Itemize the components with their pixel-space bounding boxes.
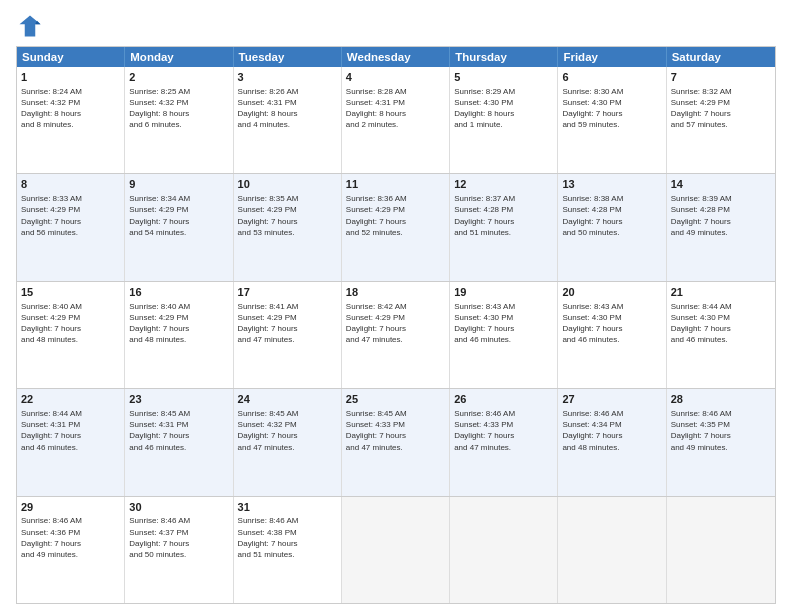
cell-details: Sunrise: 8:45 AMSunset: 4:31 PMDaylight:… bbox=[129, 408, 228, 453]
day-number: 13 bbox=[562, 177, 661, 192]
cell-details: Sunrise: 8:37 AMSunset: 4:28 PMDaylight:… bbox=[454, 193, 553, 238]
day-number: 27 bbox=[562, 392, 661, 407]
calendar-cell: 27Sunrise: 8:46 AMSunset: 4:34 PMDayligh… bbox=[558, 389, 666, 495]
calendar-cell: 11Sunrise: 8:36 AMSunset: 4:29 PMDayligh… bbox=[342, 174, 450, 280]
calendar-cell: 30Sunrise: 8:46 AMSunset: 4:37 PMDayligh… bbox=[125, 497, 233, 603]
calendar-cell: 10Sunrise: 8:35 AMSunset: 4:29 PMDayligh… bbox=[234, 174, 342, 280]
day-number: 8 bbox=[21, 177, 120, 192]
day-number: 28 bbox=[671, 392, 771, 407]
calendar-row: 15Sunrise: 8:40 AMSunset: 4:29 PMDayligh… bbox=[17, 281, 775, 388]
cell-details: Sunrise: 8:46 AMSunset: 4:35 PMDaylight:… bbox=[671, 408, 771, 453]
cell-details: Sunrise: 8:38 AMSunset: 4:28 PMDaylight:… bbox=[562, 193, 661, 238]
cal-header-cell: Thursday bbox=[450, 47, 558, 67]
day-number: 20 bbox=[562, 285, 661, 300]
calendar-cell: 9Sunrise: 8:34 AMSunset: 4:29 PMDaylight… bbox=[125, 174, 233, 280]
calendar: SundayMondayTuesdayWednesdayThursdayFrid… bbox=[16, 46, 776, 604]
day-number: 18 bbox=[346, 285, 445, 300]
day-number: 5 bbox=[454, 70, 553, 85]
calendar-cell: 19Sunrise: 8:43 AMSunset: 4:30 PMDayligh… bbox=[450, 282, 558, 388]
cell-details: Sunrise: 8:40 AMSunset: 4:29 PMDaylight:… bbox=[129, 301, 228, 346]
calendar-header: SundayMondayTuesdayWednesdayThursdayFrid… bbox=[17, 47, 775, 67]
calendar-cell: 18Sunrise: 8:42 AMSunset: 4:29 PMDayligh… bbox=[342, 282, 450, 388]
day-number: 21 bbox=[671, 285, 771, 300]
calendar-cell bbox=[667, 497, 775, 603]
logo bbox=[16, 12, 48, 40]
cell-details: Sunrise: 8:32 AMSunset: 4:29 PMDaylight:… bbox=[671, 86, 771, 131]
day-number: 31 bbox=[238, 500, 337, 515]
calendar-cell: 29Sunrise: 8:46 AMSunset: 4:36 PMDayligh… bbox=[17, 497, 125, 603]
cell-details: Sunrise: 8:36 AMSunset: 4:29 PMDaylight:… bbox=[346, 193, 445, 238]
calendar-cell: 26Sunrise: 8:46 AMSunset: 4:33 PMDayligh… bbox=[450, 389, 558, 495]
cal-header-cell: Tuesday bbox=[234, 47, 342, 67]
calendar-cell bbox=[558, 497, 666, 603]
calendar-cell: 7Sunrise: 8:32 AMSunset: 4:29 PMDaylight… bbox=[667, 67, 775, 173]
calendar-row: 29Sunrise: 8:46 AMSunset: 4:36 PMDayligh… bbox=[17, 496, 775, 603]
calendar-cell: 22Sunrise: 8:44 AMSunset: 4:31 PMDayligh… bbox=[17, 389, 125, 495]
calendar-cell: 28Sunrise: 8:46 AMSunset: 4:35 PMDayligh… bbox=[667, 389, 775, 495]
day-number: 25 bbox=[346, 392, 445, 407]
cell-details: Sunrise: 8:46 AMSunset: 4:34 PMDaylight:… bbox=[562, 408, 661, 453]
calendar-cell: 23Sunrise: 8:45 AMSunset: 4:31 PMDayligh… bbox=[125, 389, 233, 495]
calendar-cell: 25Sunrise: 8:45 AMSunset: 4:33 PMDayligh… bbox=[342, 389, 450, 495]
calendar-cell: 31Sunrise: 8:46 AMSunset: 4:38 PMDayligh… bbox=[234, 497, 342, 603]
calendar-row: 22Sunrise: 8:44 AMSunset: 4:31 PMDayligh… bbox=[17, 388, 775, 495]
day-number: 6 bbox=[562, 70, 661, 85]
day-number: 15 bbox=[21, 285, 120, 300]
calendar-cell: 6Sunrise: 8:30 AMSunset: 4:30 PMDaylight… bbox=[558, 67, 666, 173]
calendar-cell: 17Sunrise: 8:41 AMSunset: 4:29 PMDayligh… bbox=[234, 282, 342, 388]
cell-details: Sunrise: 8:40 AMSunset: 4:29 PMDaylight:… bbox=[21, 301, 120, 346]
calendar-cell bbox=[342, 497, 450, 603]
logo-icon bbox=[16, 12, 44, 40]
cell-details: Sunrise: 8:34 AMSunset: 4:29 PMDaylight:… bbox=[129, 193, 228, 238]
day-number: 1 bbox=[21, 70, 120, 85]
day-number: 11 bbox=[346, 177, 445, 192]
calendar-cell: 24Sunrise: 8:45 AMSunset: 4:32 PMDayligh… bbox=[234, 389, 342, 495]
calendar-cell: 16Sunrise: 8:40 AMSunset: 4:29 PMDayligh… bbox=[125, 282, 233, 388]
day-number: 3 bbox=[238, 70, 337, 85]
day-number: 10 bbox=[238, 177, 337, 192]
day-number: 24 bbox=[238, 392, 337, 407]
cal-header-cell: Saturday bbox=[667, 47, 775, 67]
cell-details: Sunrise: 8:33 AMSunset: 4:29 PMDaylight:… bbox=[21, 193, 120, 238]
day-number: 4 bbox=[346, 70, 445, 85]
svg-marker-0 bbox=[20, 16, 41, 37]
calendar-cell: 4Sunrise: 8:28 AMSunset: 4:31 PMDaylight… bbox=[342, 67, 450, 173]
calendar-cell: 14Sunrise: 8:39 AMSunset: 4:28 PMDayligh… bbox=[667, 174, 775, 280]
cell-details: Sunrise: 8:43 AMSunset: 4:30 PMDaylight:… bbox=[454, 301, 553, 346]
cell-details: Sunrise: 8:46 AMSunset: 4:36 PMDaylight:… bbox=[21, 515, 120, 560]
day-number: 29 bbox=[21, 500, 120, 515]
day-number: 2 bbox=[129, 70, 228, 85]
calendar-row: 8Sunrise: 8:33 AMSunset: 4:29 PMDaylight… bbox=[17, 173, 775, 280]
cell-details: Sunrise: 8:45 AMSunset: 4:32 PMDaylight:… bbox=[238, 408, 337, 453]
cal-header-cell: Sunday bbox=[17, 47, 125, 67]
calendar-cell: 1Sunrise: 8:24 AMSunset: 4:32 PMDaylight… bbox=[17, 67, 125, 173]
cell-details: Sunrise: 8:46 AMSunset: 4:37 PMDaylight:… bbox=[129, 515, 228, 560]
cal-header-cell: Friday bbox=[558, 47, 666, 67]
cell-details: Sunrise: 8:43 AMSunset: 4:30 PMDaylight:… bbox=[562, 301, 661, 346]
calendar-cell: 5Sunrise: 8:29 AMSunset: 4:30 PMDaylight… bbox=[450, 67, 558, 173]
day-number: 16 bbox=[129, 285, 228, 300]
cell-details: Sunrise: 8:30 AMSunset: 4:30 PMDaylight:… bbox=[562, 86, 661, 131]
calendar-cell: 2Sunrise: 8:25 AMSunset: 4:32 PMDaylight… bbox=[125, 67, 233, 173]
cell-details: Sunrise: 8:46 AMSunset: 4:33 PMDaylight:… bbox=[454, 408, 553, 453]
cell-details: Sunrise: 8:24 AMSunset: 4:32 PMDaylight:… bbox=[21, 86, 120, 131]
cell-details: Sunrise: 8:46 AMSunset: 4:38 PMDaylight:… bbox=[238, 515, 337, 560]
cell-details: Sunrise: 8:35 AMSunset: 4:29 PMDaylight:… bbox=[238, 193, 337, 238]
day-number: 26 bbox=[454, 392, 553, 407]
calendar-body: 1Sunrise: 8:24 AMSunset: 4:32 PMDaylight… bbox=[17, 67, 775, 603]
page: SundayMondayTuesdayWednesdayThursdayFrid… bbox=[0, 0, 792, 612]
cell-details: Sunrise: 8:45 AMSunset: 4:33 PMDaylight:… bbox=[346, 408, 445, 453]
day-number: 9 bbox=[129, 177, 228, 192]
day-number: 22 bbox=[21, 392, 120, 407]
cell-details: Sunrise: 8:39 AMSunset: 4:28 PMDaylight:… bbox=[671, 193, 771, 238]
cal-header-cell: Wednesday bbox=[342, 47, 450, 67]
cell-details: Sunrise: 8:26 AMSunset: 4:31 PMDaylight:… bbox=[238, 86, 337, 131]
calendar-cell: 12Sunrise: 8:37 AMSunset: 4:28 PMDayligh… bbox=[450, 174, 558, 280]
day-number: 14 bbox=[671, 177, 771, 192]
day-number: 17 bbox=[238, 285, 337, 300]
calendar-cell: 21Sunrise: 8:44 AMSunset: 4:30 PMDayligh… bbox=[667, 282, 775, 388]
calendar-cell bbox=[450, 497, 558, 603]
cal-header-cell: Monday bbox=[125, 47, 233, 67]
cell-details: Sunrise: 8:44 AMSunset: 4:30 PMDaylight:… bbox=[671, 301, 771, 346]
cell-details: Sunrise: 8:28 AMSunset: 4:31 PMDaylight:… bbox=[346, 86, 445, 131]
